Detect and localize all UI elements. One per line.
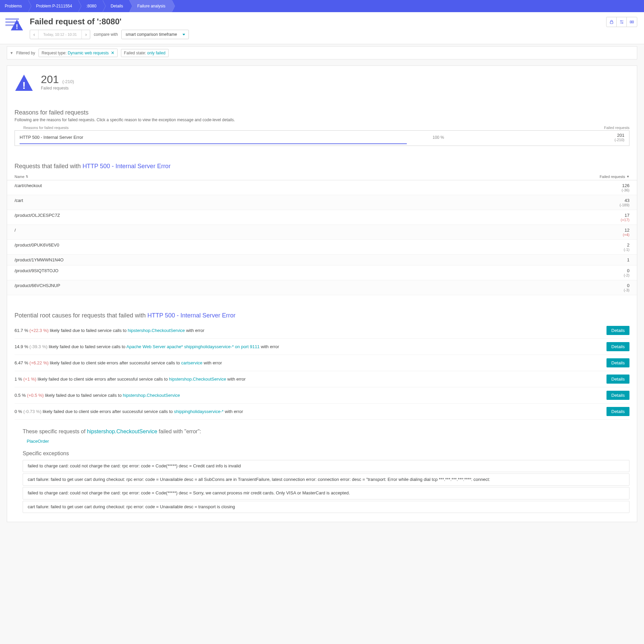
exceptions-request-link[interactable]: PlaceOrder (23, 435, 629, 450)
request-count: 1 (627, 257, 629, 262)
details-button[interactable]: Details (606, 407, 629, 416)
header-actions (606, 17, 637, 27)
details-button[interactable]: Details (606, 358, 629, 367)
breadcrumb: Problems Problem P-2111554 :8080 Details… (0, 0, 644, 12)
table-header: Name ⇅ Failed requests ▼ (7, 173, 637, 180)
filter-chip[interactable]: Request type: Dynamic web requests ✕ (39, 49, 118, 57)
rootcause-service-link[interactable]: cartservice (181, 360, 202, 365)
breadcrumb-item[interactable]: :8080 (78, 0, 102, 12)
filtered-by-label: Filtered by (16, 51, 35, 55)
reason-count: 201 (615, 133, 624, 138)
table-row[interactable]: / 12 (+4) (7, 225, 637, 240)
request-name: / (15, 228, 16, 237)
breadcrumb-item[interactable]: Problem P-2111554 (28, 0, 78, 12)
reason-row[interactable]: HTTP 500 - Internal Server Error 100 % 2… (15, 130, 629, 146)
request-delta: (-1) (624, 248, 629, 252)
header-bar: ! Failed request of ':8080' ‹ Today, 10:… (0, 12, 644, 44)
content-card: ! 201(-210) Failed requests Reasons for … (7, 66, 637, 522)
stat-block: ! 201(-210) Failed requests (7, 73, 637, 109)
request-count: 12 (623, 228, 629, 233)
rootcause-text: 61.7 % (+22.3 %) likely failed due to fa… (15, 328, 606, 333)
rootcause-text: 6.47 % (+6.22 %) likely failed due to cl… (15, 360, 606, 365)
failed-table-title-link[interactable]: HTTP 500 - Internal Server Error (82, 163, 171, 170)
request-delta: (+17) (621, 218, 629, 222)
rootcauses-title-link[interactable]: HTTP 500 - Internal Server Error (147, 312, 236, 319)
rootcause-row: 6.47 % (+6.22 %) likely failed due to cl… (15, 355, 629, 371)
table-row[interactable]: /cart/checkout 126 (-36) (7, 180, 637, 195)
breadcrumb-item[interactable]: Problems (0, 0, 28, 12)
request-count: 126 (622, 183, 629, 188)
details-button[interactable]: Details (606, 342, 629, 351)
request-name: /product/66VCHSJNUP (15, 283, 60, 292)
request-delta: (-3) (624, 288, 629, 292)
exception-item[interactable]: failed to charge card: could not charge … (23, 487, 629, 499)
exceptions-subtitle: Specific exceptions (23, 450, 629, 460)
filter-chip[interactable]: Failed state: only failed (121, 49, 169, 57)
breadcrumb-item-active[interactable]: Failure analysis (129, 0, 171, 12)
rootcause-service-link[interactable]: hipstershop.CheckoutService (128, 328, 185, 333)
table-row[interactable]: /product/9SIQT8TOJO 0 (-2) (7, 265, 637, 280)
sort-icon: ⇅ (26, 175, 28, 178)
rootcause-row: 61.7 % (+22.3 %) likely failed due to fa… (15, 323, 629, 339)
compare-with-label: compare with (94, 32, 118, 37)
svg-point-9 (622, 23, 623, 24)
table-row[interactable]: /product/1YMWWN1N4O 1 (7, 255, 637, 265)
lock-icon[interactable] (606, 17, 617, 27)
stat-delta: (-210) (62, 79, 74, 84)
request-count: 17 (621, 213, 629, 218)
table-row[interactable]: /product/OLJCESPC7Z 17 (+17) (7, 210, 637, 225)
filter-type: Request type: Dynamic web requests (42, 51, 109, 55)
request-name: /product/0PUK6V6EV0 (15, 242, 59, 252)
table-row[interactable]: /product/66VCHSJNUP 0 (-3) (7, 280, 637, 295)
filter-type: Failed state: only failed (124, 51, 166, 55)
stat-count: 201 (41, 73, 59, 86)
request-name: /product/9SIQT8TOJO (15, 268, 58, 277)
filter-remove-icon[interactable]: ✕ (111, 50, 115, 55)
rootcause-service-link[interactable]: hipstershop.CheckoutService (123, 393, 180, 398)
exception-item[interactable]: cart failure: failed to get user cart du… (23, 473, 629, 486)
details-button[interactable]: Details (606, 375, 629, 384)
details-button[interactable]: Details (606, 391, 629, 400)
rootcause-row: 14.9 % (-39.3 %) likely failed due to fa… (15, 339, 629, 355)
request-delta: (-189) (620, 203, 629, 207)
failed-request-icon: ! (5, 17, 24, 30)
rootcause-text: 1 % (+1 %) likely failed due to client s… (15, 377, 606, 382)
rootcause-service-link[interactable]: shippingholidaysservice-* (174, 409, 224, 414)
reason-bar (20, 143, 407, 144)
request-delta: (+4) (623, 233, 629, 237)
rootcauses-title: Potential root causes for requests that … (7, 295, 637, 323)
time-range-label[interactable]: Today, 10:12 - 10:31 (38, 30, 82, 39)
request-name: /product/OLJCESPC7Z (15, 213, 60, 222)
svg-rect-11 (632, 21, 634, 23)
col-count[interactable]: Failed requests ▼ (600, 175, 629, 179)
col-name[interactable]: Name ⇅ (15, 175, 28, 179)
rootcause-service-link[interactable]: hipstershop.CheckoutService (169, 377, 226, 382)
time-next-button[interactable]: › (82, 30, 90, 39)
time-nav: ‹ Today, 10:12 - 10:31 › (30, 30, 90, 39)
details-button[interactable]: Details (606, 326, 629, 335)
reasons-subtitle: Following are the reasons for failed req… (7, 118, 637, 126)
grid-icon[interactable] (627, 17, 637, 27)
table-row[interactable]: /cart 43 (-189) (7, 195, 637, 210)
time-prev-button[interactable]: ‹ (30, 30, 38, 39)
rootcause-text: 0.5 % (+0.5 %) likely failed due to fail… (15, 393, 606, 398)
breadcrumb-item[interactable]: Details (102, 0, 129, 12)
exception-item[interactable]: cart failure: failed to get user cart du… (23, 501, 629, 513)
reason-pct: 100 % (432, 135, 444, 140)
svg-text:!: ! (16, 23, 18, 30)
request-count: 0 (624, 268, 629, 273)
rootcause-row: 1 % (+1 %) likely failed due to client s… (15, 371, 629, 387)
request-delta: (-36) (622, 188, 629, 192)
svg-rect-5 (610, 22, 613, 24)
request-name: /product/1YMWWN1N4O (15, 257, 64, 262)
table-row[interactable]: /product/0PUK6V6EV0 2 (-1) (7, 240, 637, 255)
compare-select[interactable]: smart comparison timeframe (121, 30, 189, 39)
sort-icon: ▼ (626, 175, 629, 178)
exceptions-service-link[interactable]: hipstershop.CheckoutService (87, 429, 157, 434)
rootcause-service-link[interactable]: Apache Web Server apache* shippingholida… (126, 344, 259, 349)
reasons-header: Reasons for failed requests Failed reque… (7, 126, 637, 130)
request-count: 2 (624, 242, 629, 248)
exception-item[interactable]: failed to charge card: could not charge … (23, 460, 629, 472)
settings-icon[interactable] (617, 17, 627, 27)
rootcause-text: 14.9 % (-39.3 %) likely failed due to fa… (15, 344, 606, 349)
